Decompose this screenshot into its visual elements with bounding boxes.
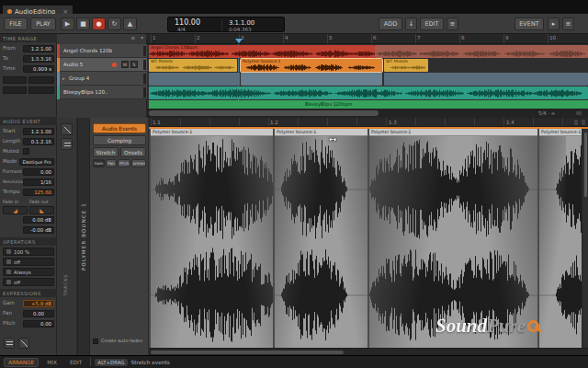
arranger-scrollbar[interactable]: 5/4 · ∞ [147, 109, 588, 118]
chance-operator[interactable]: 100 % [3, 247, 54, 256]
zoom-out-icon[interactable] [575, 110, 582, 116]
track-name[interactable]: BleepyBlips 120.. [63, 86, 108, 99]
record-arm-icon[interactable] [112, 63, 117, 67]
scrollbar-handle[interactable] [149, 110, 379, 116]
save-icon[interactable]: ↓ [405, 17, 417, 30]
clip-notes-segment-3[interactable] [384, 73, 588, 86]
event-tempo-field[interactable]: 125.60 [23, 189, 54, 196]
onsets-button[interactable]: Onsets [120, 147, 146, 157]
play-icon[interactable]: ▶ [61, 17, 74, 30]
clip-notes-segment-1[interactable] [149, 73, 240, 86]
comping-button[interactable]: Comping [93, 135, 146, 145]
playhead-marker[interactable] [235, 39, 243, 43]
track-name[interactable]: Angel Chords 120b [63, 44, 112, 58]
stretch-button[interactable]: Stretch [93, 147, 119, 157]
edit-button[interactable]: EDIT [420, 17, 444, 30]
position-display[interactable]: 3.1.1.00 [229, 19, 254, 27]
track-row-audio5[interactable]: Audio 5 M S [57, 58, 147, 72]
fade-in-slope-button[interactable]: ◢ [3, 206, 28, 214]
menu-icon[interactable]: ≡ [447, 17, 458, 30]
clip-notes-segment-2[interactable] [241, 73, 382, 86]
editor-vscrollbar[interactable] [582, 129, 588, 348]
mode-dropdown[interactable]: Elastique Pro [19, 158, 54, 166]
editor-ruler[interactable]: 1.1 1.2 1.3 1.4 [149, 118, 588, 127]
clip-bleepyblips[interactable] [149, 86, 588, 99]
clock-display[interactable]: 0:04.363 [229, 27, 252, 32]
gain-mini-button[interactable]: Gain [93, 159, 105, 167]
track-row-angel-chords[interactable]: Angel Chords 120b [57, 44, 147, 58]
editor-hscrollbar[interactable] [149, 348, 588, 355]
edit-tab[interactable]: EDIT [65, 358, 86, 367]
track-name[interactable]: Group 4 [69, 72, 89, 86]
clip-header[interactable]: Polymer bounce-1 [369, 129, 537, 136]
layout-icon[interactable]: ≡ [562, 17, 574, 30]
clip-header[interactable]: Polymer bounce-1 [151, 129, 273, 136]
start-field[interactable]: 1.2.1.00 [23, 128, 54, 135]
clip-header[interactable]: Polymer bounce-1 [275, 129, 368, 136]
clip-polymer-bounce[interactable]: Polymer bounce-1 [241, 59, 382, 72]
event-button[interactable]: EVENT [514, 17, 544, 30]
pitch-field[interactable]: 0.00 [23, 320, 54, 328]
metronome-icon[interactable]: ▲ [123, 17, 137, 30]
mix-tab[interactable]: MIX [42, 358, 62, 367]
empty-slot[interactable] [28, 76, 54, 84]
clip-wt-motels-2[interactable]: WT Motels [384, 59, 428, 72]
recurrence-operator[interactable]: Always [3, 268, 54, 276]
track-row-bleepyblips[interactable]: BleepyBlips 120.. [57, 86, 147, 99]
empty-slot[interactable] [3, 86, 27, 94]
panel-icon[interactable]: ▸ [548, 17, 560, 30]
auto-fades-checkbox[interactable] [93, 339, 98, 344]
grid-icon[interactable] [4, 338, 15, 349]
pencil-tool-icon[interactable] [61, 123, 73, 135]
track-name[interactable]: Audio 5 [63, 58, 83, 72]
arrange-tab[interactable]: ARRANGE [4, 358, 39, 367]
occurrence-operator[interactable]: off [3, 278, 54, 286]
add-button[interactable]: ADD [379, 17, 402, 30]
time-signature-display[interactable]: 4/4 [177, 27, 186, 32]
file-button[interactable]: FILE [4, 17, 28, 30]
knife-tool-icon[interactable] [61, 138, 73, 150]
clip-angel-chords-tail[interactable] [375, 45, 588, 58]
empty-slot[interactable] [3, 76, 27, 84]
ruler-option-icon[interactable] [573, 119, 579, 126]
gain-field[interactable]: +5.9 dB [23, 300, 54, 307]
tempo-display[interactable]: 110.00 [175, 18, 200, 27]
repeat-operator[interactable]: off [3, 258, 54, 266]
from-field[interactable]: 1.2.1.00 [23, 45, 54, 52]
bleepyblips-group-bar[interactable]: BleepyBlips 120bpm [149, 100, 588, 109]
stop-icon[interactable]: ■ [76, 17, 90, 30]
arranger-ruler[interactable]: 1 2 3 4 5 6 7 8 9 10 [147, 34, 588, 44]
editor-clip-2[interactable]: Polymer bounce-1 [275, 129, 368, 348]
fade-gain-field[interactable]: 0.00 dB [23, 216, 54, 224]
track-menu-icon[interactable]: ▾ [141, 35, 143, 40]
track-row-group4[interactable]: ▸ Group 4 [57, 72, 147, 86]
clip-angel-chords[interactable]: Angel Chords 120bpm [149, 45, 375, 58]
folder-caret-icon[interactable]: ▸ [62, 72, 65, 86]
length-field[interactable]: 0.1.2.16 [23, 138, 54, 145]
editor-track-strip[interactable]: POLYMER BOUNCE 1 [77, 118, 90, 355]
solo-button[interactable]: S [130, 61, 138, 68]
record-icon[interactable]: ● [92, 17, 106, 30]
hscrollbar-handle[interactable] [151, 351, 344, 354]
pitch-mini-button[interactable]: Pitch [118, 159, 130, 167]
editor-clip-1[interactable]: Polymer bounce-1 [151, 129, 273, 348]
loop-icon[interactable]: ↻ [107, 17, 121, 30]
formant-field[interactable]: 0.00 [23, 168, 54, 176]
play-menu-button[interactable]: PLAY [30, 17, 56, 30]
to-field[interactable]: 1.3.3.16 [23, 55, 54, 63]
time-field[interactable]: 0.909 s [23, 65, 54, 73]
pan-mini-button[interactable]: Pan [106, 159, 117, 167]
formant-mini-button[interactable]: Formant [131, 159, 146, 167]
audio-events-button[interactable]: Audio Events [93, 123, 146, 133]
mute-button[interactable]: M [121, 61, 129, 68]
fade-out-slope-button[interactable]: ◣ [29, 206, 54, 214]
vscrollbar-handle[interactable] [584, 132, 587, 197]
tracks-vertical-label[interactable]: TRACKS [63, 274, 68, 296]
fade-gain2-field[interactable]: -0.00 dB [23, 226, 54, 234]
pan-slider[interactable]: 0.00 [23, 310, 54, 317]
clip-wt-motels-1[interactable]: WT Motels [149, 59, 237, 72]
zoom-icon[interactable] [18, 338, 29, 349]
transport-display[interactable]: 110.00 4/4 3.1.1.00 0:04.363 [167, 17, 285, 32]
empty-slot[interactable] [28, 86, 54, 94]
resolution-field[interactable]: 1/16 [23, 178, 54, 186]
